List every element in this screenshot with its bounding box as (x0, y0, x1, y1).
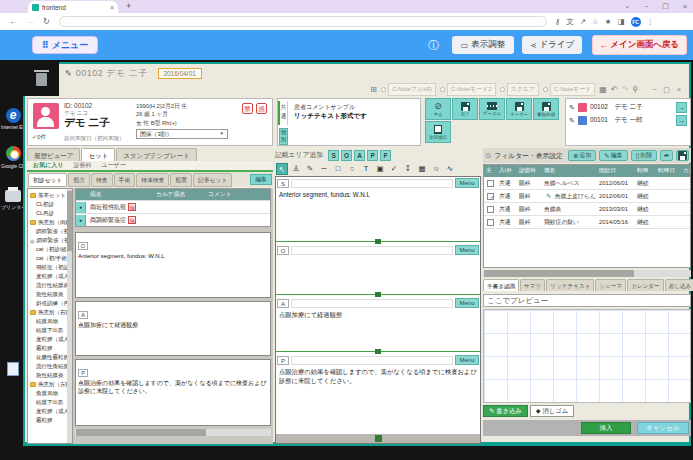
tree-item[interactable]: cat（初/手術を） (30, 254, 72, 263)
section-title-field[interactable] (291, 246, 453, 255)
ellipse-tool-icon[interactable]: ○ (346, 163, 358, 175)
app-close-icon[interactable]: × (677, 86, 681, 94)
table-tool-icon[interactable]: ▦ (416, 163, 428, 175)
table-layout-icon[interactable]: ▦ (599, 85, 607, 94)
tree-item-selected[interactable]: ◎調節緊張（初再診） (30, 236, 72, 245)
tree-item[interactable]: 麦粒腫（成人） (30, 407, 72, 416)
goto-chart-button[interactable]: → (676, 102, 687, 113)
browser-menu-icon[interactable]: ⋮ (647, 17, 655, 26)
window-menu-icon[interactable]: ⌄ (624, 2, 630, 10)
set-h-scrollbar[interactable] (75, 429, 271, 436)
redo-icon[interactable]: ↷ (622, 85, 629, 94)
check-tool-icon[interactable]: ✓ (388, 163, 400, 175)
import-tool-icon[interactable]: ↧ (402, 163, 414, 175)
tab-set[interactable]: セット (81, 148, 115, 161)
display-adjust-button[interactable]: ▭ 表示調整 (452, 36, 514, 54)
disease-table-row[interactable]: 共通眼科 角膜ヘルペス2012/06/01 継続 (484, 177, 690, 190)
info-icon[interactable]: ⓘ (428, 38, 439, 53)
tree-item[interactable]: 霰粒腫 (30, 416, 72, 425)
insurance-select[interactable]: 国保（3割） ▼ (136, 129, 228, 139)
add-a-button[interactable]: A (354, 150, 365, 161)
line-tool-icon[interactable]: ─ (318, 163, 330, 175)
profile-avatar[interactable]: FC (631, 17, 641, 27)
tree-folder[interactable]: 疾患別（右眼） (30, 308, 72, 317)
section-title-field[interactable] (291, 356, 453, 365)
main-checkbox[interactable] (487, 206, 494, 213)
tree-item[interactable]: 飛蚊症（初診） (30, 263, 72, 272)
tree-item[interactable]: 麦粒腫（成人） (30, 335, 72, 344)
text-tool-icon[interactable]: T (360, 163, 372, 175)
select-cursor-icon[interactable]: ↖ (276, 163, 288, 175)
tree-item[interactable]: 麦粒腫（成人） (30, 272, 72, 281)
edit-disease-button[interactable]: ✎ 編集 (599, 150, 627, 161)
complete-button[interactable]: 完了 (452, 98, 478, 120)
section-title-field[interactable] (291, 299, 453, 308)
stop-button[interactable]: ⊘ 中止 (425, 98, 451, 120)
apply-icon[interactable]: ● (76, 202, 86, 213)
handwriting-canvas[interactable] (483, 309, 691, 403)
subtab-favorites[interactable]: お気に入り (33, 161, 63, 170)
share-icon[interactable]: ↗ (580, 17, 586, 26)
cancel-button[interactable]: キャンセル (637, 422, 689, 434)
window-close-icon[interactable]: × (683, 3, 687, 10)
brush-button[interactable]: ✒ (660, 150, 673, 161)
set-section-o[interactable]: O Anterior segment, fundus: W.N.L (75, 232, 271, 298)
open-chart-row[interactable]: ✎ 00101 デモ 一郎 → (569, 114, 687, 127)
desktop-icon-trash[interactable] (23, 62, 59, 96)
section-menu-button[interactable]: Menu (455, 178, 479, 188)
bookmark-star-icon[interactable]: ☆ (592, 17, 599, 26)
cattab-prescription[interactable]: 処方 (68, 173, 90, 187)
pen-tool-icon[interactable]: ✎ (304, 163, 316, 175)
window-maximize-icon[interactable]: ▢ (662, 2, 669, 10)
desktop-icon-ie[interactable]: e Internet Explorer (1, 108, 25, 130)
tree-scrollbar[interactable] (67, 189, 72, 443)
browser-tab[interactable]: frontend × (28, 1, 118, 13)
disease-table-scrollbar[interactable] (483, 270, 691, 277)
tree-item[interactable]: 結膜下出血 (30, 326, 72, 335)
add-p-button[interactable]: P (367, 150, 378, 161)
disease-table-row[interactable]: ✓ 共通眼科 ✎ 角膜上皮びらん 2012/06/01 継続 (484, 190, 690, 203)
tree-item[interactable]: 流行性結膜炎（ (30, 281, 72, 290)
drive-button[interactable]: ⋖ ドライブ (522, 36, 582, 54)
note-section-s[interactable]: S Menu Anterior segment, fundus: W.N.L (276, 177, 480, 239)
tab-handwriting[interactable]: 手書き認識 (483, 279, 519, 291)
cattab-surgery[interactable]: 手術 (114, 173, 136, 187)
main-checkbox[interactable] (487, 180, 494, 187)
disease-row[interactable]: ● 両近視性乱視編 (76, 200, 270, 213)
tab-summary[interactable]: サマリ (520, 279, 545, 291)
tree-item[interactable]: 角膜異物 (30, 389, 72, 398)
reload-icon[interactable]: ↻ (43, 17, 50, 26)
cattab-treatment[interactable]: 処置 (170, 173, 192, 187)
tab-schema[interactable]: シェーマ (595, 279, 626, 291)
tree-item[interactable]: 流行性角結膜炎 (30, 362, 72, 371)
create-document-button[interactable]: 書類作成 (533, 98, 559, 120)
tree-item[interactable]: cat（初診/経過） (30, 245, 72, 254)
add-o-button[interactable]: O (341, 150, 352, 161)
add-f-button[interactable]: F (380, 150, 391, 161)
translate-icon[interactable]: 文 (566, 17, 574, 27)
tree-item[interactable]: 調節緊張（初診） (30, 227, 72, 236)
new-tab-button[interactable]: + (126, 1, 131, 11)
app-minimize-icon[interactable]: − (652, 86, 656, 94)
subtab-department[interactable]: 診療科 (73, 161, 91, 170)
collapse-icon[interactable]: ⊙ (485, 151, 491, 160)
add-disease-button[interactable]: ⊕ 追加 (568, 150, 596, 161)
address-input[interactable] (59, 16, 547, 27)
edit-set-button[interactable]: 編集 (250, 174, 272, 185)
section-menu-button[interactable]: Menu (455, 298, 479, 308)
note-section-o[interactable]: O Menu (276, 244, 480, 292)
comment-tab-common[interactable]: 共通 (278, 101, 288, 125)
tree-item[interactable]: 霰粒腫 (30, 344, 72, 353)
main-checkbox[interactable] (487, 219, 494, 226)
tree-item[interactable]: 結膜下出血 (30, 398, 72, 407)
edit-badge[interactable]: 編 (128, 203, 136, 211)
portal-button[interactable]: ポータル (479, 98, 505, 120)
tab-close-icon[interactable]: × (110, 4, 114, 11)
forward-icon[interactable]: → (26, 17, 34, 26)
disease-table-row[interactable]: 共通眼科 飛蚊症の疑い2014/05/16 継続 (484, 216, 690, 229)
disease-row[interactable]: ● 両調節緊張症編 (76, 213, 270, 226)
preset-option-mode2[interactable]: C-Noteモード2 (440, 83, 496, 96)
write-button[interactable]: ✎ 書き込み (483, 405, 528, 417)
rect-tool-icon[interactable]: □ (332, 163, 344, 175)
section-menu-button[interactable]: Menu (455, 245, 479, 255)
